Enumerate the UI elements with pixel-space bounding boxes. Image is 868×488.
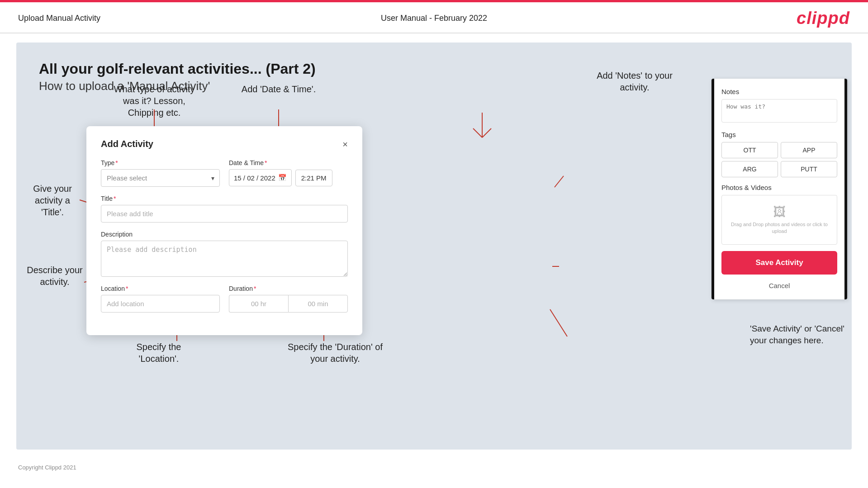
header-center: User Manual - February 2022 [381, 14, 487, 23]
title-group: Title* [101, 195, 348, 223]
description-row: Description [101, 231, 348, 277]
duration-group: Duration* 00 hr 00 min [229, 285, 348, 313]
tags-grid: OTT APP ARG PUTT [721, 142, 837, 177]
annotation-duration: Specify the 'Duration' of your activity. [283, 341, 387, 365]
logo: clippd [797, 9, 850, 28]
duration-label: Duration* [229, 285, 348, 292]
title-row: Title* [101, 195, 348, 223]
tag-app[interactable]: APP [781, 142, 837, 158]
annotation-describe: Describe your activity. [25, 264, 84, 288]
photos-icon: 🖼 [726, 204, 832, 219]
type-group: Type* Please select [101, 159, 220, 187]
tag-ott[interactable]: OTT [721, 142, 778, 158]
location-input[interactable] [101, 295, 220, 313]
datetime-group: Date & Time* 15 / 02 / 2022 📅 2:21 PM [229, 159, 348, 187]
dialog-title: Add Activity [101, 139, 153, 149]
duration-wrapper: 00 hr 00 min [229, 295, 348, 313]
description-label: Description [101, 231, 348, 238]
copyright: Copyright Clippd 2021 [0, 459, 868, 476]
type-select-wrapper: Please select [101, 169, 220, 187]
page-heading: All your golf-relevant activities... (Pa… [39, 61, 829, 77]
tags-label: Tags [721, 131, 837, 138]
annotation-save: 'Save Activity' or 'Cancel' your changes… [750, 323, 845, 346]
save-activity-button[interactable]: Save Activity [721, 251, 837, 275]
date-input[interactable]: 15 / 02 / 2022 📅 [229, 169, 292, 186]
description-group: Description [101, 231, 348, 277]
location-label: Location* [101, 285, 220, 292]
description-textarea[interactable] [101, 241, 348, 277]
tag-arg[interactable]: ARG [721, 161, 778, 177]
duration-hr[interactable]: 00 hr [229, 295, 288, 313]
type-datetime-row: Type* Please select Date & Time* 15 / 02… [101, 159, 348, 187]
annotation-what-type: What type of activity was it? Lesson, Ch… [109, 83, 199, 118]
notes-label: Notes [721, 88, 837, 95]
header-left: Upload Manual Activity [18, 14, 100, 23]
tag-putt[interactable]: PUTT [781, 161, 837, 177]
type-select[interactable]: Please select [101, 169, 220, 187]
date-time-wrapper: 15 / 02 / 2022 📅 2:21 PM [229, 169, 348, 186]
dialog-header: Add Activity × [101, 139, 348, 149]
title-input[interactable] [101, 205, 348, 223]
calendar-icon: 📅 [278, 174, 287, 182]
svg-line-9 [550, 309, 567, 336]
annotation-date-time: Add 'Date & Time'. [236, 83, 322, 95]
photos-drop-zone[interactable]: 🖼 Drag and Drop photos and videos or cli… [721, 195, 837, 245]
photos-label: Photos & Videos [721, 184, 837, 191]
close-button[interactable]: × [342, 140, 348, 149]
annotation-location: Specify the 'Location'. [116, 341, 202, 365]
add-activity-dialog: Add Activity × Type* Please select Date … [86, 126, 362, 335]
notes-textarea[interactable] [721, 99, 837, 123]
type-label: Type* [101, 159, 220, 166]
location-duration-row: Location* Duration* 00 hr 00 min [101, 285, 348, 313]
location-group: Location* [101, 285, 220, 313]
cancel-button[interactable]: Cancel [721, 279, 837, 292]
duration-min[interactable]: 00 min [288, 295, 348, 313]
header: Upload Manual Activity User Manual - Feb… [0, 2, 868, 33]
datetime-label: Date & Time* [229, 159, 348, 166]
svg-line-7 [555, 176, 564, 187]
annotation-title: Give your activity a 'Title'. [25, 183, 80, 218]
time-input[interactable]: 2:21 PM [295, 170, 332, 186]
photos-drop-text: Drag and Drop photos and videos or click… [726, 221, 832, 235]
phone-panel: Notes Tags OTT APP ARG PUTT Photos & Vid… [711, 79, 847, 299]
title-label: Title* [101, 195, 348, 202]
main-content: All your golf-relevant activities... (Pa… [16, 43, 852, 450]
annotation-notes: Add 'Notes' to your activity. [594, 70, 675, 93]
